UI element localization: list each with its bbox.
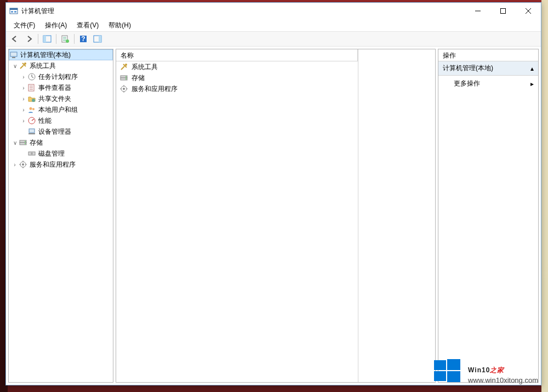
svg-rect-16 [10, 52, 17, 56]
toolbar: ? [6, 31, 541, 47]
actions-pane: 操作 计算机管理(本地) ▴ 更多操作 ▸ [438, 49, 539, 383]
expand-icon[interactable]: › [11, 162, 19, 168]
tree-label: 设备管理器 [38, 127, 71, 137]
tree-label: 性能 [38, 116, 52, 126]
toolbar-separator [56, 34, 56, 44]
help-button[interactable]: ? [77, 33, 90, 45]
svg-text:?: ? [81, 35, 85, 43]
close-button[interactable] [516, 3, 541, 19]
tree-pane[interactable]: 计算机管理(本地) ∨ 系统工具 › 任务计划程序 › 事件查看器 [8, 49, 113, 383]
toolbar-separator [38, 34, 38, 44]
tree-storage[interactable]: ∨ 存储 [9, 137, 113, 148]
svg-point-29 [25, 141, 26, 142]
svg-point-32 [31, 152, 33, 155]
list-header: 名称 [116, 49, 358, 61]
expand-icon[interactable]: › [20, 96, 27, 102]
tree-root[interactable]: 计算机管理(本地) [9, 49, 113, 60]
svg-point-39 [125, 78, 127, 79]
list-item-services[interactable]: 服务和应用程序 [116, 83, 358, 94]
list-empty-column [358, 49, 435, 382]
app-icon [9, 7, 18, 15]
svg-point-22 [30, 107, 32, 110]
tree-label: 服务和应用程序 [30, 160, 76, 169]
tree-device-manager[interactable]: 设备管理器 [9, 126, 113, 137]
tree-system-tools[interactable]: ∨ 系统工具 [9, 60, 113, 71]
list-item-system-tools[interactable]: 系统工具 [116, 61, 358, 72]
tree-label: 存储 [30, 138, 43, 147]
collapse-triangle-icon: ▴ [530, 65, 534, 72]
tree-disk-management[interactable]: 磁盘管理 [9, 148, 113, 159]
svg-rect-5 [501, 9, 506, 14]
svg-rect-9 [43, 36, 46, 42]
list-item-label: 存储 [132, 73, 145, 83]
menu-action[interactable]: 操作(A) [41, 20, 71, 31]
actions-more[interactable]: 更多操作 ▸ [438, 76, 538, 92]
list-body[interactable]: 系统工具 存储 服务和应用程序 [116, 61, 358, 382]
properties-button[interactable] [59, 33, 72, 45]
body-area: 计算机管理(本地) ∨ 系统工具 › 任务计划程序 › 事件查看器 [6, 47, 541, 385]
svg-point-35 [125, 64, 127, 66]
tree-label: 事件查看器 [38, 83, 71, 93]
expand-icon[interactable]: › [20, 85, 27, 91]
tree-services-apps[interactable]: › 服务和应用程序 [9, 159, 113, 170]
window-controls [465, 3, 541, 19]
services-icon [19, 160, 27, 169]
users-icon [27, 105, 36, 114]
collapse-icon[interactable]: ∨ [11, 140, 19, 146]
svg-rect-1 [10, 8, 18, 10]
tree-local-users[interactable]: › 本地用户和组 [9, 104, 113, 115]
menu-file[interactable]: 文件(F) [9, 20, 39, 31]
actions-more-label: 更多操作 [454, 79, 480, 88]
tree-task-scheduler[interactable]: › 任务计划程序 [9, 71, 113, 82]
column-name[interactable]: 名称 [116, 49, 358, 61]
show-hide-actions-button[interactable] [91, 33, 104, 45]
svg-point-21 [32, 99, 35, 102]
svg-point-30 [25, 143, 26, 144]
shared-folder-icon [27, 94, 36, 103]
tree-event-viewer[interactable]: › 事件查看器 [9, 82, 113, 93]
expand-icon[interactable]: › [20, 74, 27, 80]
tree-label: 计算机管理(本地) [20, 50, 71, 60]
tree-performance[interactable]: › 性能 [9, 115, 113, 126]
svg-rect-26 [28, 133, 35, 134]
back-button[interactable] [8, 33, 21, 45]
list-pane: 名称 系统工具 存储 服务和应用程序 [116, 49, 436, 383]
svg-rect-17 [12, 57, 15, 58]
forward-button[interactable] [22, 33, 36, 45]
storage-icon [119, 73, 128, 82]
computer-icon [9, 50, 18, 59]
list-item-storage[interactable]: 存储 [116, 72, 358, 83]
tree-shared-folders[interactable]: › 共享文件夹 [9, 93, 113, 104]
menu-view[interactable]: 查看(V) [72, 20, 103, 31]
storage-icon [19, 138, 27, 147]
expand-icon[interactable]: › [20, 107, 27, 113]
show-hide-tree-button[interactable] [41, 33, 54, 45]
svg-point-41 [123, 88, 125, 90]
performance-icon [27, 116, 36, 125]
svg-point-11 [66, 39, 69, 43]
toolbar-separator [74, 34, 75, 44]
svg-rect-15 [99, 36, 101, 42]
svg-point-38 [125, 76, 127, 77]
tools-icon [19, 61, 27, 70]
tree-label: 本地用户和组 [38, 105, 78, 115]
list-item-label: 系统工具 [132, 63, 158, 72]
actions-group-title[interactable]: 计算机管理(本地) ▴ [438, 61, 538, 76]
svg-point-23 [32, 108, 35, 110]
maximize-button[interactable] [490, 3, 516, 19]
clock-icon [27, 72, 36, 81]
event-icon [27, 83, 36, 92]
svg-rect-3 [14, 11, 16, 13]
titlebar: 计算机管理 [6, 3, 541, 19]
svg-point-34 [22, 163, 24, 166]
collapse-icon[interactable]: ∨ [11, 63, 19, 69]
menu-help[interactable]: 帮助(H) [104, 20, 135, 31]
tree-label: 系统工具 [30, 61, 56, 71]
tree-label: 任务计划程序 [38, 72, 78, 82]
expand-icon[interactable]: › [20, 118, 27, 124]
submenu-arrow-icon: ▸ [530, 80, 534, 88]
svg-point-18 [24, 63, 26, 65]
svg-rect-2 [11, 11, 13, 13]
device-icon [27, 127, 36, 136]
minimize-button[interactable] [465, 3, 490, 19]
